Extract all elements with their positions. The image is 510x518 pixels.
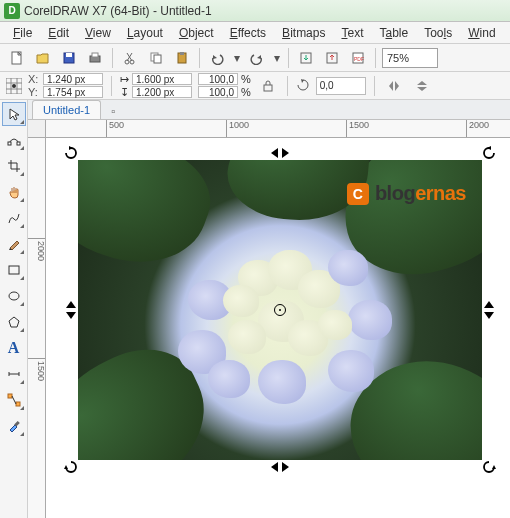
menu-view[interactable]: View: [78, 24, 118, 42]
svg-rect-2: [66, 53, 72, 57]
height-input[interactable]: 1.200 px: [132, 86, 192, 98]
app-logo-icon: D: [4, 3, 20, 19]
pan-tool[interactable]: [2, 180, 26, 204]
ruler-tick: 1000: [226, 120, 249, 138]
width-input[interactable]: 1.600 px: [132, 73, 192, 85]
svg-rect-8: [154, 55, 161, 63]
skew-handle-icon[interactable]: [484, 301, 494, 319]
pick-tool[interactable]: [2, 102, 26, 126]
height-icon: ↧: [120, 86, 129, 99]
menu-layout[interactable]: Layout: [120, 24, 170, 42]
svg-point-20: [12, 84, 16, 88]
artistic-media-tool[interactable]: [2, 232, 26, 256]
ellipse-tool[interactable]: [2, 284, 26, 308]
scale-y-input[interactable]: 100,0: [198, 86, 238, 98]
rotate-handle-icon[interactable]: [64, 146, 78, 160]
toolbar-separator: [111, 76, 112, 96]
ruler-horizontal-row: 500 1000 1500 2000: [28, 120, 510, 138]
freehand-tool[interactable]: [2, 206, 26, 230]
menu-bar: FileEditViewLayoutObjectEffectsBitmapsTe…: [0, 22, 510, 44]
menu-window[interactable]: Wind: [461, 24, 502, 42]
svg-rect-24: [9, 266, 19, 274]
svg-rect-21: [264, 85, 272, 91]
text-tool[interactable]: A: [2, 336, 26, 360]
x-position-input[interactable]: 1.240 px: [43, 73, 103, 85]
publish-pdf-button[interactable]: PDF: [347, 47, 369, 69]
open-button[interactable]: [32, 47, 54, 69]
menu-tools[interactable]: Tools: [417, 24, 459, 42]
y-position-input[interactable]: 1.754 px: [43, 86, 103, 98]
print-button[interactable]: [84, 47, 106, 69]
redo-button[interactable]: [246, 47, 268, 69]
x-label: X:: [28, 73, 40, 85]
rotate-handle-icon[interactable]: [64, 460, 78, 474]
menu-bitmaps[interactable]: Bitmaps: [275, 24, 332, 42]
skew-handle-icon[interactable]: [271, 462, 289, 472]
svg-rect-26: [8, 394, 12, 398]
selected-bitmap-object[interactable]: C blogernas: [78, 160, 482, 460]
rotation-input[interactable]: 0,0: [316, 77, 366, 95]
dimension-tool[interactable]: [2, 362, 26, 386]
skew-handle-icon[interactable]: [66, 301, 76, 319]
menu-edit[interactable]: Edit: [41, 24, 76, 42]
ruler-tick: 500: [106, 120, 124, 138]
cut-button[interactable]: [119, 47, 141, 69]
svg-rect-22: [8, 142, 11, 145]
svg-rect-10: [180, 52, 184, 55]
document-tab[interactable]: Untitled-1: [32, 100, 101, 119]
polygon-tool[interactable]: [2, 310, 26, 334]
toolbar-separator: [287, 76, 288, 96]
scale-x-input[interactable]: 100,0: [198, 73, 238, 85]
toolbar-separator: [199, 48, 200, 68]
import-button[interactable]: [295, 47, 317, 69]
toolbox: A: [0, 100, 28, 518]
undo-button[interactable]: [206, 47, 228, 69]
redo-dropdown-icon[interactable]: ▾: [272, 47, 282, 69]
new-doc-button[interactable]: [6, 47, 28, 69]
position-grid-icon[interactable]: [6, 78, 22, 94]
paste-button[interactable]: [171, 47, 193, 69]
rotate-handle-icon[interactable]: [482, 146, 496, 160]
undo-dropdown-icon[interactable]: ▾: [232, 47, 242, 69]
mirror-vertical-button[interactable]: [411, 75, 433, 97]
export-button[interactable]: [321, 47, 343, 69]
menu-table[interactable]: Table: [372, 24, 415, 42]
connector-tool[interactable]: [2, 388, 26, 412]
standard-toolbar: ▾ ▾ PDF 75%: [0, 44, 510, 72]
lock-ratio-button[interactable]: [257, 75, 279, 97]
title-bar: D CorelDRAW X7 (64-Bit) - Untitled-1: [0, 0, 510, 22]
rotation-center-icon[interactable]: [274, 304, 286, 316]
scale-fields: 100,0% 100,0%: [198, 73, 251, 98]
toolbar-separator: [112, 48, 113, 68]
eyedropper-tool[interactable]: [2, 414, 26, 438]
rectangle-tool[interactable]: [2, 258, 26, 282]
ruler-tick: 2000: [466, 120, 489, 138]
size-fields: ↦1.600 px ↧1.200 px: [120, 73, 192, 98]
rotation-icon: [296, 78, 310, 94]
save-button[interactable]: [58, 47, 80, 69]
crop-tool[interactable]: [2, 154, 26, 178]
copy-button[interactable]: [145, 47, 167, 69]
mirror-horizontal-button[interactable]: [383, 75, 405, 97]
menu-text[interactable]: Text: [334, 24, 370, 42]
ruler-tick: 1500: [28, 358, 46, 381]
watermark-text: blogernas: [375, 182, 466, 205]
drawing-canvas[interactable]: C blogernas: [46, 138, 510, 518]
canvas-row: 2000 1500: [28, 138, 510, 518]
ruler-origin[interactable]: [28, 120, 46, 138]
menu-effects[interactable]: Effects: [223, 24, 273, 42]
zoom-level-input[interactable]: 75%: [382, 48, 438, 68]
svg-point-25: [9, 292, 19, 300]
toolbar-separator: [374, 76, 375, 96]
ruler-vertical[interactable]: 2000 1500: [28, 138, 46, 518]
menu-file[interactable]: File: [6, 24, 39, 42]
skew-handle-icon[interactable]: [271, 148, 289, 158]
work-area: A Untitled-1 ▫ 500 1000 1500 2000 2000 1…: [0, 100, 510, 518]
ruler-horizontal[interactable]: 500 1000 1500 2000: [46, 120, 510, 138]
shape-tool[interactable]: [2, 128, 26, 152]
property-bar: X:1.240 px Y:1.754 px ↦1.600 px ↧1.200 p…: [0, 72, 510, 100]
rotate-handle-icon[interactable]: [482, 460, 496, 474]
toolbar-separator: [375, 48, 376, 68]
new-tab-button[interactable]: ▫: [105, 103, 121, 119]
menu-object[interactable]: Object: [172, 24, 221, 42]
